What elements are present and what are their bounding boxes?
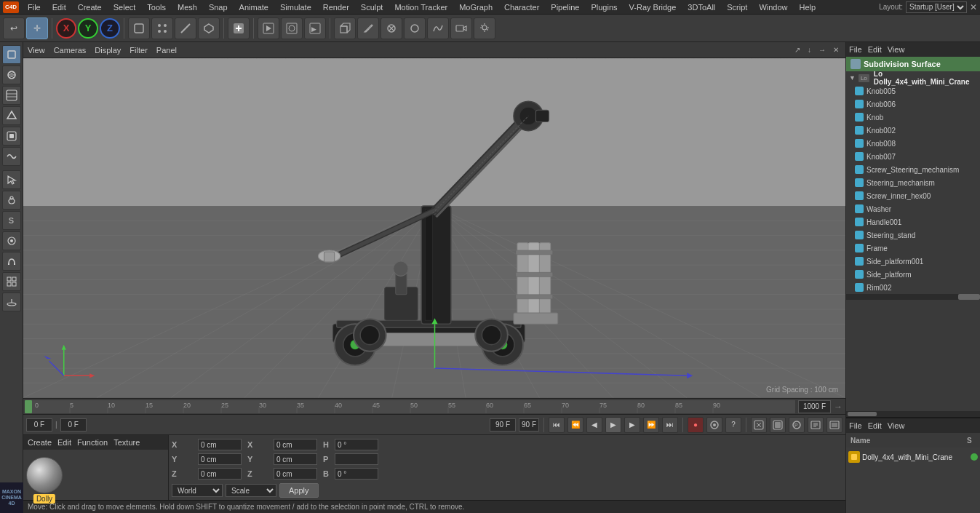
null-tool-button[interactable]: [381, 17, 402, 39]
tree-item-knob008[interactable]: Knob008: [846, 137, 980, 150]
tree-scroll-indicator[interactable]: [846, 294, 980, 300]
object-tree[interactable]: ▼ Lo Lo Dolly_4x4_with_Mini_Crane Knob00…: [846, 71, 980, 411]
menu-tools[interactable]: Tools: [144, 3, 169, 12]
pen-tool-button[interactable]: [357, 17, 379, 39]
go-prev-key-button[interactable]: ⏪: [567, 417, 583, 433]
grid-tool[interactable]: [2, 272, 21, 291]
menu-simulate[interactable]: Simulate: [277, 3, 314, 12]
fps-button[interactable]: [808, 417, 824, 433]
spline-tool-button[interactable]: [427, 17, 449, 39]
material-menu-function[interactable]: Function: [77, 438, 108, 447]
viewport-menu-display[interactable]: Display: [95, 46, 121, 55]
timeline-expand-icon[interactable]: →: [834, 402, 842, 412]
start-frame-field[interactable]: [60, 418, 87, 432]
auto-key-button[interactable]: [706, 417, 722, 433]
layout-close-icon[interactable]: ✕: [970, 2, 977, 12]
go-next-button[interactable]: ▶: [624, 417, 640, 433]
viewport-right-icon[interactable]: →: [816, 45, 828, 55]
tree-item-steering-mech[interactable]: Steering_mechanism: [846, 176, 980, 189]
menu-render[interactable]: Render: [320, 3, 352, 12]
texture-mode-tool[interactable]: [2, 65, 21, 84]
material-menu-create[interactable]: Create: [28, 438, 52, 447]
scale-dropdown[interactable]: Scale: [226, 484, 276, 497]
tree-item-knob[interactable]: Knob: [846, 111, 980, 124]
menu-plugins[interactable]: Plugins: [588, 3, 620, 12]
model-mode-tool[interactable]: [2, 45, 21, 64]
pla-button[interactable]: [770, 417, 786, 433]
undo-button[interactable]: ↩: [3, 17, 25, 39]
magnet-tool[interactable]: [2, 252, 21, 271]
render-settings-button[interactable]: ▶: [304, 17, 326, 39]
menu-window[interactable]: Window: [756, 3, 790, 12]
menu-vray-bridge[interactable]: V-Ray Bridge: [626, 3, 680, 12]
loop-button[interactable]: [826, 417, 842, 433]
x-pos-field[interactable]: [198, 439, 242, 450]
tree-item-steering-stand[interactable]: Steering_stand: [846, 228, 980, 242]
ikfk-button[interactable]: [751, 417, 767, 433]
motion-path-button[interactable]: ?: [725, 417, 741, 433]
weight-tool[interactable]: [2, 127, 21, 146]
menu-mograph[interactable]: MoGraph: [456, 3, 495, 12]
s-tool[interactable]: S: [2, 211, 21, 230]
menu-help[interactable]: Help: [797, 3, 819, 12]
edge-mode-button[interactable]: [175, 17, 196, 39]
axis-y-button[interactable]: Y: [78, 18, 98, 39]
world-dropdown[interactable]: World Object: [172, 484, 223, 497]
object-mode-button[interactable]: [128, 17, 150, 39]
tree-scroll-thumb[interactable]: [958, 294, 980, 300]
go-prev-button[interactable]: ◀: [586, 417, 602, 433]
menu-3dtoall[interactable]: 3DToAll: [685, 3, 718, 12]
tree-item-rim002[interactable]: Rim002: [846, 281, 980, 294]
go-next-key-button[interactable]: ⏩: [643, 417, 659, 433]
menu-motion-tracker[interactable]: Motion Tracker: [391, 3, 450, 12]
timeline-end-field[interactable]: [798, 400, 831, 413]
h-rot-field[interactable]: [335, 439, 378, 450]
viewport-close-icon[interactable]: ✕: [831, 45, 841, 55]
p-rot-field[interactable]: [335, 453, 378, 465]
menu-select[interactable]: Select: [111, 3, 139, 12]
tree-item-screw-inner[interactable]: Screw_inner_hex00: [846, 189, 980, 202]
menu-character[interactable]: Character: [501, 3, 542, 12]
z-rot-field[interactable]: [274, 468, 317, 480]
floor-tool[interactable]: [2, 293, 21, 311]
obj-menu-view[interactable]: View: [888, 45, 905, 54]
cube-tool-button[interactable]: [334, 17, 356, 39]
menu-sculpt[interactable]: Sculpt: [358, 3, 386, 12]
tree-item-side-platform[interactable]: Side_platform: [846, 268, 980, 281]
render-preview-button[interactable]: [258, 17, 279, 39]
end-frame-field-2[interactable]: [519, 418, 539, 432]
menu-animate[interactable]: Animate: [236, 3, 271, 12]
menu-script[interactable]: Script: [724, 3, 750, 12]
go-start-button[interactable]: ⏮: [549, 417, 565, 433]
material-item[interactable]: Dolly: [26, 457, 63, 493]
tree-hscroll-thumb[interactable]: [848, 412, 877, 416]
grab-tool[interactable]: [2, 191, 21, 210]
menu-file[interactable]: File: [25, 3, 44, 12]
obj-menu-edit[interactable]: Edit: [868, 45, 882, 54]
tree-item-knob005[interactable]: Knob005: [846, 84, 980, 98]
timeline-track[interactable]: 0 5 10 15 20 25 30 35 40 45 50 55 60 65 …: [32, 400, 795, 413]
tree-item-root[interactable]: ▼ Lo Lo Dolly_4x4_with_Mini_Crane: [846, 71, 980, 84]
obj-menu-file[interactable]: File: [849, 45, 862, 54]
tree-item-side-platform001[interactable]: Side_platform001: [846, 255, 980, 268]
array-tool-button[interactable]: [404, 17, 426, 39]
play-button[interactable]: ▶: [605, 417, 621, 433]
menu-edit[interactable]: Edit: [49, 3, 69, 12]
sculpt-tool[interactable]: [2, 106, 21, 125]
y-pos-field[interactable]: [198, 453, 242, 465]
tree-item-frame[interactable]: Frame: [846, 242, 980, 255]
viewport-down-icon[interactable]: ↓: [805, 45, 813, 55]
menu-pipeline[interactable]: Pipeline: [548, 3, 582, 12]
render-picture-view-button[interactable]: [281, 17, 303, 39]
attr-menu-file[interactable]: File: [849, 421, 862, 430]
paint-tool[interactable]: [2, 86, 21, 105]
point-mode-button[interactable]: [151, 17, 173, 39]
attr-menu-view[interactable]: View: [888, 421, 905, 430]
viewport-menu-filter[interactable]: Filter: [130, 46, 147, 55]
camera-morph-button[interactable]: P: [789, 417, 805, 433]
y-rot-field[interactable]: [274, 453, 317, 465]
record-button[interactable]: ●: [688, 417, 704, 433]
move-tool-button[interactable]: ✛: [26, 17, 48, 39]
tree-item-screw-steering[interactable]: Screw_Steering_mechanism: [846, 163, 980, 176]
viewport-expand-icon[interactable]: ↗: [792, 45, 802, 55]
